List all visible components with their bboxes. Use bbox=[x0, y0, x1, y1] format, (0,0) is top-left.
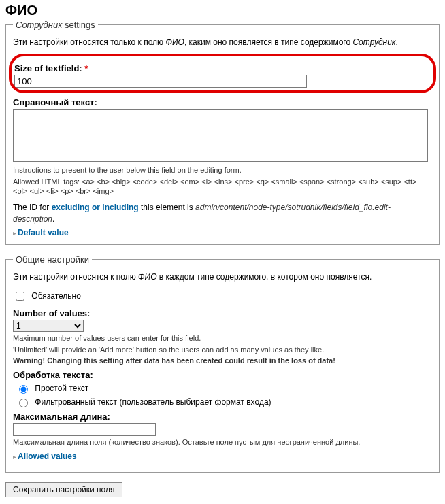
number-of-values-label: Number of values: bbox=[13, 308, 432, 318]
allowed-values-link[interactable]: Allowed values bbox=[18, 452, 77, 461]
max-length-input[interactable] bbox=[13, 423, 156, 436]
radio-filtered-row: Фильтрованный текст (пользователь выбира… bbox=[16, 397, 432, 407]
size-of-textfield-label: Size of textfield: * bbox=[14, 63, 431, 73]
required-checkbox-row: Обязательно bbox=[13, 290, 432, 303]
radio-plain-text[interactable] bbox=[19, 385, 28, 394]
help-text-label: Справочный текст: bbox=[13, 97, 432, 107]
number-of-values-select[interactable]: 1 bbox=[13, 320, 84, 332]
page-title: ФИО bbox=[5, 3, 440, 18]
radio-plain-text-label: Простой текст bbox=[35, 384, 88, 393]
default-value-collapsible[interactable]: ▸Default value bbox=[13, 228, 432, 237]
legend-rest: settings bbox=[62, 20, 95, 30]
default-value-link[interactable]: Default value bbox=[18, 228, 69, 237]
number-of-values-desc2: 'Unlimited' will provide an 'Add more' b… bbox=[13, 345, 432, 355]
element-id-line: The ID for excluding or including this e… bbox=[13, 202, 432, 225]
max-length-label: Максимальная длина: bbox=[13, 411, 432, 422]
radio-filtered-text[interactable] bbox=[19, 399, 28, 407]
required-checkbox[interactable] bbox=[16, 292, 24, 301]
legend-italic: Сотрудник bbox=[16, 20, 62, 30]
max-length-desc: Максимальная длина поля (количество знак… bbox=[13, 437, 432, 448]
allowed-html-tags: Allowed HTML tags: <a> <b> <big> <code> … bbox=[13, 177, 432, 197]
sotrudnik-settings-legend: Сотрудник settings bbox=[13, 20, 98, 30]
global-settings-legend: Общие настройки bbox=[13, 254, 92, 265]
size-of-textfield-input[interactable] bbox=[14, 75, 307, 88]
required-checkbox-label: Обязательно bbox=[31, 291, 81, 301]
radio-filtered-text-label: Фильтрованный текст (пользователь выбира… bbox=[35, 397, 271, 407]
text-processing-label: Обработка текста: bbox=[13, 370, 432, 380]
save-field-settings-button[interactable]: Сохранить настройки поля bbox=[5, 482, 122, 497]
allowed-values-collapsible[interactable]: ▸Allowed values bbox=[13, 452, 432, 461]
chevron-right-icon: ▸ bbox=[13, 453, 16, 460]
chevron-right-icon: ▸ bbox=[13, 229, 16, 237]
excluding-including-link[interactable]: excluding or including bbox=[52, 203, 139, 212]
global-settings-fieldset: Общие настройки Эти настройки относятся … bbox=[5, 254, 440, 473]
help-text-instructions: Instructions to present to the user belo… bbox=[13, 165, 432, 175]
radio-plain-row: Простой текст bbox=[16, 383, 432, 394]
global-settings-description: Эти настройки относятся к полю ФИО в каж… bbox=[13, 271, 432, 283]
number-of-values-desc1: Maximum number of values users can enter… bbox=[13, 333, 432, 343]
number-of-values-warning: Warning! Changing this setting after dat… bbox=[13, 356, 432, 366]
sotrudnik-settings-fieldset: Сотрудник settings Эти настройки относят… bbox=[5, 20, 440, 245]
size-of-textfield-highlight: Size of textfield: * bbox=[10, 55, 435, 92]
sotrudnik-settings-description: Эти настройки относятся только к полю ФИ… bbox=[13, 37, 432, 48]
required-asterisk-icon: * bbox=[84, 63, 88, 73]
help-text-textarea[interactable] bbox=[13, 109, 428, 162]
